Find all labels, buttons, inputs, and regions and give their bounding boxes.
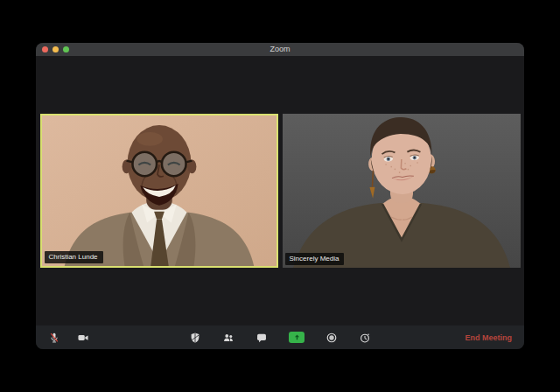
share-screen-button[interactable]: [289, 332, 304, 343]
reactions-button[interactable]: [359, 332, 371, 344]
participant-name-badge: Sincerely Media: [285, 253, 345, 265]
zoom-window: Zoom: [36, 43, 524, 349]
chat-bubble-icon: [256, 332, 268, 344]
record-icon: [326, 332, 338, 344]
participants-button[interactable]: [222, 332, 234, 344]
toolbar-center-group: [189, 332, 371, 344]
mute-button[interactable]: [48, 332, 60, 344]
start-video-button[interactable]: [77, 332, 89, 344]
video-feed-woman-portrait: [283, 114, 521, 268]
video-feed-man-portrait: [42, 116, 276, 266]
share-screen-arrow-icon: [292, 332, 302, 342]
titlebar: Zoom: [36, 43, 524, 56]
meeting-toolbar: End Meeting: [36, 326, 524, 349]
video-grid: Christian Lunde: [36, 56, 524, 326]
participant-tile-active[interactable]: Christian Lunde: [40, 114, 278, 268]
end-meeting-button[interactable]: End Meeting: [466, 333, 513, 342]
security-button[interactable]: [189, 332, 201, 344]
clock-reactions-icon: [359, 332, 371, 344]
video-camera-icon: [77, 332, 89, 344]
participants-icon: [222, 332, 234, 344]
microphone-muted-icon: [48, 332, 60, 344]
participant-tile[interactable]: Sincerely Media: [283, 114, 521, 268]
security-shield-icon: [189, 332, 201, 344]
toolbar-left-group: [48, 332, 89, 344]
chat-button[interactable]: [256, 332, 268, 344]
participant-name-badge: Christian Lunde: [45, 251, 103, 263]
window-title: Zoom: [36, 43, 524, 56]
record-button[interactable]: [326, 332, 338, 344]
